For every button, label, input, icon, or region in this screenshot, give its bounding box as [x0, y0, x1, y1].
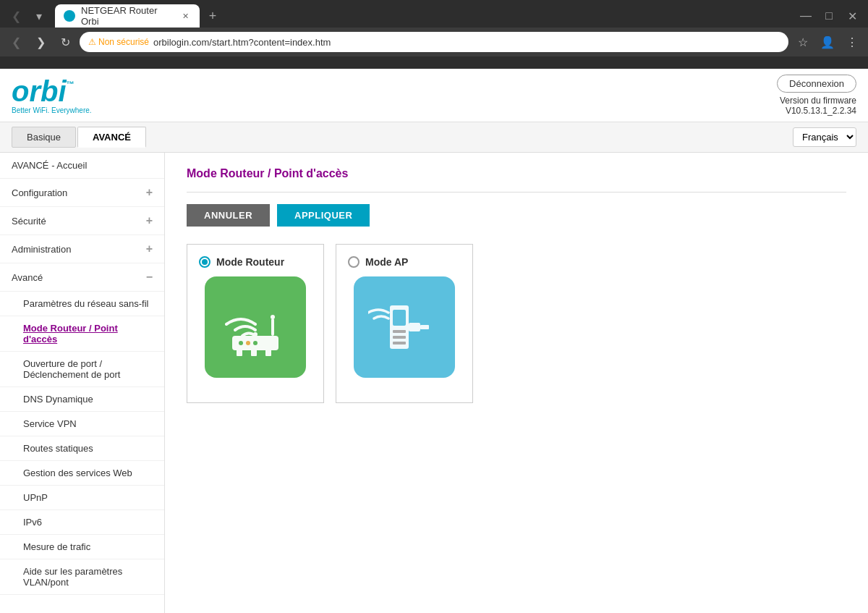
logo-tm: ™	[67, 80, 75, 88]
sidebar-subitem-mode-routeur[interactable]: Mode Routeur / Point d'accès	[0, 316, 164, 352]
recent-tabs-btn[interactable]: ▾	[29, 6, 49, 26]
sidebar-subitem-vpn[interactable]: Service VPN	[0, 412, 164, 436]
radio-router[interactable]	[199, 256, 210, 268]
nav-tabs: Basique AVANCÉ Français English	[0, 122, 868, 153]
url-text: orbilogin.com/start.htm?content=index.ht…	[153, 37, 780, 48]
ap-svg	[368, 291, 441, 363]
mode-router-card[interactable]: Mode Routeur	[187, 244, 324, 403]
plus-icon-configuration: +	[146, 186, 153, 199]
sidebar: AVANCÉ - Accueil Configuration + Sécurit…	[0, 153, 165, 613]
svg-point-9	[271, 315, 275, 319]
svg-rect-1	[237, 349, 242, 356]
svg-point-5	[246, 341, 250, 345]
profile-btn[interactable]: 👤	[817, 32, 838, 52]
address-bar[interactable]: ⚠ Non sécurisé orbilogin.com/start.htm?c…	[80, 32, 788, 52]
sidebar-subitem-dns[interactable]: DNS Dynamique	[0, 387, 164, 412]
mode-ap-card[interactable]: Mode AP	[336, 244, 473, 403]
browser-tab[interactable]: NETGEAR Router Orbi ✕	[55, 4, 200, 28]
tab-advanced[interactable]: AVANCÉ	[77, 127, 146, 148]
header-right: Déconnexion Version du firmware V10.5.13…	[777, 75, 856, 116]
radio-ap[interactable]	[348, 256, 359, 268]
sidebar-subitem-vlan[interactable]: Aide sur les paramètres VLAN/pont	[0, 559, 164, 595]
svg-point-17	[397, 319, 401, 324]
history-back-btn[interactable]: ❮	[6, 6, 26, 26]
language-select[interactable]: Français English	[793, 127, 856, 147]
router-icon	[205, 276, 306, 378]
router-svg	[219, 291, 292, 363]
page-content: Mode Routeur / Point d'accès ANNULER APP…	[165, 153, 868, 613]
mode-ap-header: Mode AP	[348, 256, 461, 268]
app-header: orbi ™ Better WiFi. Everywhere. Déconnex…	[0, 69, 868, 122]
svg-rect-2	[251, 349, 257, 356]
sidebar-item-configuration[interactable]: Configuration +	[0, 179, 164, 207]
tab-basic[interactable]: Basique	[12, 127, 76, 148]
cancel-button[interactable]: ANNULER	[187, 204, 270, 227]
sidebar-subitem-upnp[interactable]: UPnP	[0, 486, 164, 510]
svg-rect-8	[271, 318, 274, 336]
nav-tab-list: Basique AVANCÉ	[12, 127, 146, 148]
svg-point-6	[253, 341, 258, 345]
firmware-version: V10.5.13.1_2.2.34	[786, 106, 856, 116]
sidebar-subitem-ipv6[interactable]: IPv6	[0, 510, 164, 535]
tab-favicon	[64, 10, 75, 22]
svg-point-4	[239, 341, 243, 345]
sidebar-item-securite[interactable]: Sécurité +	[0, 207, 164, 235]
tab-close-btn[interactable]: ✕	[180, 10, 191, 22]
logout-button[interactable]: Déconnexion	[777, 75, 856, 93]
sidebar-subitem-routes[interactable]: Routes statiques	[0, 436, 164, 461]
page-title: Mode Routeur / Point d'accès	[187, 167, 846, 180]
browser-menu-btn[interactable]: ⋮	[842, 32, 862, 52]
logo-text: orbi	[12, 77, 67, 106]
maximize-btn[interactable]: □	[819, 6, 839, 26]
back-btn[interactable]: ❮	[6, 32, 26, 52]
action-bar: ANNULER APPLIQUER	[187, 204, 846, 227]
forward-btn[interactable]: ❯	[30, 32, 51, 52]
sidebar-subitem-web-services[interactable]: Gestion des services Web	[0, 461, 164, 486]
sidebar-subitem-traffic[interactable]: Mesure de trafic	[0, 535, 164, 559]
mode-ap-label: Mode AP	[365, 256, 408, 268]
svg-rect-15	[409, 323, 420, 331]
new-tab-btn[interactable]: +	[203, 6, 223, 26]
svg-point-7	[253, 332, 258, 337]
main-layout: AVANCÉ - Accueil Configuration + Sécurit…	[0, 153, 868, 613]
sidebar-item-administration[interactable]: Administration +	[0, 235, 164, 263]
mode-router-header: Mode Routeur	[199, 256, 312, 268]
orbi-logo: orbi ™ Better WiFi. Everywhere.	[12, 77, 92, 114]
plus-icon-administration: +	[146, 242, 153, 255]
mode-router-label: Mode Routeur	[216, 256, 284, 268]
tab-title: NETGEAR Router Orbi	[81, 5, 174, 27]
reload-btn[interactable]: ↻	[55, 32, 75, 52]
close-btn[interactable]: ✕	[842, 6, 862, 26]
sidebar-item-accueil[interactable]: AVANCÉ - Accueil	[0, 153, 164, 179]
sidebar-item-avance[interactable]: Avancé −	[0, 263, 164, 292]
firmware-label: Version du firmware	[780, 96, 856, 106]
sidebar-subitem-port-opening[interactable]: Ouverture de port / Déclenchement de por…	[0, 352, 164, 387]
logo-tagline: Better WiFi. Everywhere.	[12, 106, 92, 114]
plus-icon-securite: +	[146, 214, 153, 227]
svg-rect-12	[393, 330, 406, 333]
svg-rect-13	[393, 336, 406, 339]
security-warning: ⚠ Non sécurisé	[88, 37, 149, 47]
section-divider	[187, 192, 846, 193]
mode-cards: Mode Routeur	[187, 244, 846, 403]
svg-rect-14	[393, 342, 406, 344]
minus-icon-avance: −	[146, 271, 153, 284]
ap-icon	[354, 276, 455, 378]
svg-rect-3	[265, 349, 271, 356]
bookmark-btn[interactable]: ☆	[793, 32, 813, 52]
minimize-btn[interactable]: —	[796, 6, 816, 26]
sidebar-subitem-wireless[interactable]: Paramètres du réseau sans-fil	[0, 292, 164, 316]
warning-icon: ⚠	[88, 37, 96, 47]
svg-rect-16	[420, 325, 429, 329]
apply-button[interactable]: APPLIQUER	[277, 204, 370, 227]
